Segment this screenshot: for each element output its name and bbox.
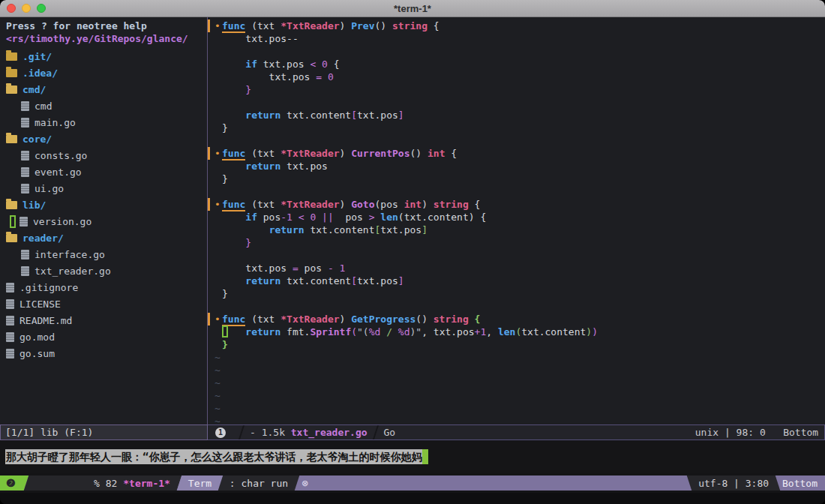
tree-item-consts.go[interactable]: consts.go bbox=[6, 147, 207, 164]
close-buffer-icon[interactable]: ⊗ bbox=[302, 476, 308, 490]
reader-text: 那大胡子瞪了那年轻人一眼：“你崽子，怎么这么跟老太爷讲话，老太爷淘土的时候你她妈 bbox=[6, 449, 422, 464]
tree-item-label: core/ bbox=[22, 134, 52, 145]
gutter bbox=[214, 274, 222, 287]
code-token: } bbox=[222, 122, 228, 134]
tree-item-ui.go[interactable]: ui.go bbox=[6, 180, 207, 196]
code-token: { bbox=[469, 199, 481, 210]
tree-item-.idea-[interactable]: .idea/ bbox=[6, 64, 207, 81]
code-token: ] bbox=[398, 275, 404, 286]
gutter bbox=[214, 122, 222, 134]
code-token: { bbox=[475, 314, 481, 325]
tree-item-go.sum[interactable]: go.sum bbox=[6, 345, 207, 362]
code-token: *TxtReader bbox=[280, 20, 339, 32]
code-token bbox=[222, 110, 245, 121]
code-line: return txt.content[txt.pos] bbox=[214, 274, 825, 287]
code-token: GetProgress bbox=[351, 314, 416, 325]
code-token: txt.pos bbox=[257, 58, 310, 70]
tree-item-label: lib/ bbox=[22, 200, 46, 211]
code-token: string bbox=[392, 20, 428, 32]
code-token: txt bbox=[257, 148, 280, 159]
tree-item-lib-[interactable]: lib/ bbox=[6, 196, 207, 213]
code-token: 1 bbox=[286, 212, 292, 223]
code-line: return txt.pos bbox=[214, 160, 825, 172]
code-token: } bbox=[222, 339, 228, 350]
tree-item-README.md[interactable]: README.md bbox=[6, 312, 207, 328]
code-line bbox=[214, 249, 825, 262]
code-token: return bbox=[245, 326, 280, 338]
tree-item-LICENSE[interactable]: LICENSE bbox=[6, 296, 207, 312]
gutter bbox=[214, 249, 222, 262]
tab-buffer-segment[interactable]: % 82 *term-1* bbox=[23, 476, 182, 490]
code-line: } bbox=[214, 236, 825, 249]
code-token: [ bbox=[351, 275, 357, 286]
code-token: () bbox=[416, 314, 433, 325]
tree-item-go.mod[interactable]: go.mod bbox=[6, 328, 207, 345]
neotree-sidebar[interactable]: Press ? for neotree help <rs/timothy.ye/… bbox=[0, 17, 208, 424]
file-icon bbox=[6, 332, 14, 342]
code-token: ( bbox=[351, 326, 357, 338]
tree-item-core-[interactable]: core/ bbox=[6, 130, 207, 147]
code-token: ] bbox=[398, 110, 404, 121]
tree-item-interface.go[interactable]: interface.go bbox=[6, 246, 207, 262]
tree-item-cmd[interactable]: cmd bbox=[6, 98, 207, 114]
code-line: txt.pos-- bbox=[214, 32, 825, 45]
embedded-terminal[interactable]: 那大胡子瞪了那年轻人一眼：“你崽子，怎么这么跟老太爷讲话，老太爷淘土的时候你她妈 bbox=[0, 440, 825, 473]
file-icon bbox=[21, 167, 29, 177]
gutter bbox=[214, 172, 222, 185]
terminal-window: *term-1* Press ? for neotree help <rs/ti… bbox=[0, 0, 825, 504]
code-token bbox=[322, 71, 328, 82]
code-line: •func (txt *TxtReader) Goto(pos int) str… bbox=[214, 198, 825, 211]
code-token bbox=[222, 275, 245, 286]
code-line: •func (txt *TxtReader) GetProgress() str… bbox=[214, 313, 825, 326]
gutter bbox=[214, 83, 222, 96]
code-line bbox=[214, 300, 825, 313]
folder-open-icon bbox=[6, 201, 17, 209]
editor-statusline: 1 - 1.5k txt_reader.go Go unix | 98: 0 B… bbox=[208, 424, 825, 440]
code-token: ( bbox=[245, 148, 257, 159]
code-token: ) bbox=[422, 199, 434, 210]
window-title: *term-1* bbox=[0, 3, 825, 14]
tree-item-event.go[interactable]: event.go bbox=[6, 164, 207, 180]
tree-item-label: LICENSE bbox=[20, 298, 61, 310]
code-token: Sprintf bbox=[310, 326, 351, 338]
code-token: ( bbox=[245, 199, 257, 210]
tree-item-reader-[interactable]: reader/ bbox=[6, 230, 207, 246]
code-token: { bbox=[445, 148, 457, 159]
tree-item-main.go[interactable]: main.go bbox=[6, 114, 207, 130]
scroll-location: Bottom bbox=[778, 476, 825, 490]
code-token: func bbox=[222, 314, 245, 326]
code-line: return fmt.Sprintf("(%d / %d)", txt.pos+… bbox=[214, 326, 825, 338]
tilde-empty-line: ~ bbox=[214, 415, 825, 424]
tree-item-.gitignore[interactable]: .gitignore bbox=[6, 279, 207, 296]
code-line bbox=[214, 45, 825, 58]
code-token: *TxtReader bbox=[280, 148, 339, 159]
code-token: txt.pos bbox=[280, 160, 328, 172]
tree-item-version.go[interactable]: version.go bbox=[6, 213, 207, 230]
tilde-empty-line: ~ bbox=[214, 364, 825, 376]
code-token bbox=[222, 160, 245, 172]
tree-item-.git-[interactable]: .git/ bbox=[6, 48, 207, 64]
status-line: [1/1] lib (F:1) 1 - 1.5k txt_reader.go G… bbox=[0, 424, 825, 440]
tree-item-label: cmd/ bbox=[22, 84, 46, 95]
statusline-separator bbox=[372, 424, 379, 440]
code-token: %d bbox=[369, 326, 381, 338]
tree-item-cmd-[interactable]: cmd/ bbox=[6, 81, 207, 98]
folder-open-icon bbox=[6, 135, 17, 143]
code-editor[interactable]: •func (txt *TxtReader) Prev() string { t… bbox=[208, 17, 825, 424]
code-token: ] bbox=[422, 224, 428, 236]
code-token: func bbox=[222, 20, 245, 33]
code-token: (txt.content) { bbox=[398, 212, 486, 223]
folder-closed-icon bbox=[6, 69, 17, 77]
code-token: func bbox=[222, 148, 245, 160]
code-token: ( bbox=[245, 20, 257, 32]
tree-item-txt-reader.go[interactable]: txt_reader.go bbox=[6, 262, 207, 279]
code-token: string bbox=[434, 314, 469, 325]
fold-bullet-icon: • bbox=[214, 198, 222, 211]
code-token: *TxtReader bbox=[280, 199, 339, 210]
buffer-name: *term-1* bbox=[123, 478, 170, 489]
gutter bbox=[214, 300, 222, 313]
tree-item-label: main.go bbox=[34, 117, 76, 128]
code-line: return txt.content[txt.pos] bbox=[214, 109, 825, 122]
code-token: int bbox=[404, 199, 422, 210]
code-token bbox=[222, 224, 269, 236]
